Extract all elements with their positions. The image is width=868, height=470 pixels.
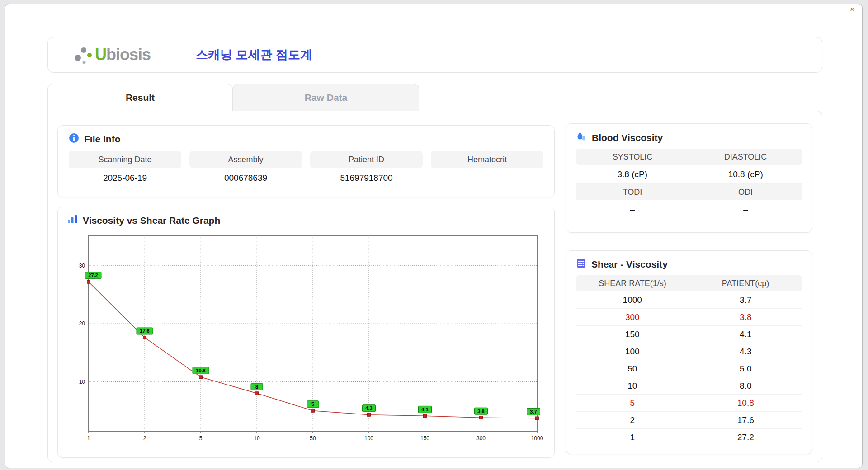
table-row: 1000 3.7 xyxy=(576,291,802,309)
odi-value: – xyxy=(689,200,802,219)
logo-mark-icon xyxy=(73,44,93,65)
diastolic-value: 10.8 (cP) xyxy=(689,165,802,184)
table-row: 50 5.0 xyxy=(576,360,802,377)
shear-rate-value: 10 xyxy=(576,377,689,394)
file-info-field: Patient ID 51697918700 xyxy=(310,151,423,188)
patient-viscosity-value: 4.3 xyxy=(689,343,802,360)
shear-rate-value: 50 xyxy=(576,360,689,377)
file-info-field: Hematocrit xyxy=(431,151,543,188)
blood-viscosity-card: Blood Viscosity SYSTOLIC DIASTOLIC 3.8 (… xyxy=(566,123,812,233)
tab-raw-data[interactable]: Raw Data xyxy=(233,84,419,111)
todi-header: TODI xyxy=(576,184,689,200)
field-value-scanning-date: 2025-06-19 xyxy=(69,168,181,188)
patient-viscosity-value: 10.8 xyxy=(689,395,802,411)
patient-viscosity-value: 3.7 xyxy=(689,291,802,308)
svg-text:100: 100 xyxy=(364,435,373,442)
logo-text-u: U xyxy=(95,45,106,64)
app-header: Ubiosis 스캐닝 모세관 점도계 xyxy=(47,37,822,73)
svg-text:10.8: 10.8 xyxy=(196,368,205,373)
odi-header: ODI xyxy=(689,184,802,200)
file-info-field: Scanning Date 2025-06-19 xyxy=(69,151,181,188)
blood-viscosity-table: SYSTOLIC DIASTOLIC 3.8 (cP) 10.8 (cP) TO… xyxy=(576,149,802,219)
file-info-field: Assembly 000678639 xyxy=(189,151,302,188)
svg-text:30: 30 xyxy=(79,263,85,269)
shear-viscosity-title: Shear - Viscosity xyxy=(591,259,668,270)
svg-text:3.7: 3.7 xyxy=(530,409,537,414)
file-info-card: File Info Scanning Date 2025-06-19 Assem… xyxy=(57,125,555,197)
svg-text:10: 10 xyxy=(79,379,85,385)
patient-viscosity-value: 3.8 xyxy=(689,309,802,325)
svg-text:27.2: 27.2 xyxy=(88,273,98,278)
patient-viscosity-value: 17.6 xyxy=(689,412,802,428)
graph-title: Viscosity vs Shear Rate Graph xyxy=(83,215,220,226)
svg-text:2: 2 xyxy=(143,435,146,442)
svg-text:8: 8 xyxy=(255,384,258,390)
patient-column-header: PATIENT(cp) xyxy=(689,275,802,291)
info-icon xyxy=(69,133,79,146)
shear-viscosity-table: 1000 3.7 300 3.8 150 4.1 100 4.3 50 5.0 … xyxy=(576,291,802,446)
close-icon[interactable]: × xyxy=(847,4,858,15)
svg-text:1000: 1000 xyxy=(531,435,543,442)
table-row: 100 4.3 xyxy=(576,343,802,360)
table-row: 5 10.8 xyxy=(576,395,802,412)
tab-result[interactable]: Result xyxy=(47,84,233,111)
bar-chart-icon xyxy=(67,214,78,226)
shear-rate-value: 100 xyxy=(576,343,689,360)
file-info-title: File Info xyxy=(84,134,121,145)
svg-text:1: 1 xyxy=(87,435,90,442)
patient-viscosity-value: 5.0 xyxy=(689,360,802,377)
field-label-hematocrit: Hematocrit xyxy=(431,151,543,168)
shear-rate-value: 150 xyxy=(576,326,689,343)
viscosity-graph-card: Viscosity vs Shear Rate Graph 1020301251… xyxy=(57,207,555,458)
field-label-scanning-date: Scanning Date xyxy=(69,151,181,168)
page-title: 스캐닝 모세관 점도계 xyxy=(196,47,312,63)
shear-rate-column-header: SHEAR RATE(1/s) xyxy=(576,275,689,291)
shear-viscosity-card: Shear - Viscosity SHEAR RATE(1/s) PATIEN… xyxy=(566,250,812,454)
ubiosis-logo: Ubiosis xyxy=(73,44,151,65)
table-row: 10 8.0 xyxy=(576,377,802,395)
patient-viscosity-value: 4.1 xyxy=(689,326,802,343)
shear-rate-value: 2 xyxy=(576,412,689,428)
svg-text:20: 20 xyxy=(79,320,85,327)
systolic-header: SYSTOLIC xyxy=(576,149,689,165)
table-row: 300 3.8 xyxy=(576,309,802,326)
shear-rate-value: 5 xyxy=(576,395,689,411)
app-window: × Ubiosis 스캐닝 모세관 점도계 Result Raw Data xyxy=(5,4,863,468)
field-value-hematocrit xyxy=(431,168,543,188)
field-label-assembly: Assembly xyxy=(189,151,302,168)
svg-text:10: 10 xyxy=(254,435,260,442)
svg-text:5: 5 xyxy=(311,401,314,407)
svg-text:150: 150 xyxy=(420,435,429,442)
svg-text:4.1: 4.1 xyxy=(421,407,428,412)
shear-rate-value: 1 xyxy=(576,429,689,446)
shear-rate-value: 300 xyxy=(576,309,689,325)
patient-viscosity-value: 8.0 xyxy=(689,377,802,394)
logo-text-rest: biosis xyxy=(106,45,151,64)
svg-text:300: 300 xyxy=(476,435,486,442)
svg-text:4.3: 4.3 xyxy=(365,405,372,411)
svg-text:50: 50 xyxy=(310,435,316,442)
patient-viscosity-value: 27.2 xyxy=(689,429,802,446)
svg-text:3.8: 3.8 xyxy=(477,409,484,414)
svg-text:17.6: 17.6 xyxy=(140,328,149,334)
svg-text:5: 5 xyxy=(199,435,203,442)
droplets-icon xyxy=(576,131,587,144)
diastolic-header: DIASTOLIC xyxy=(689,149,802,165)
table-row: 1 27.2 xyxy=(576,429,802,446)
todi-value: – xyxy=(576,200,689,219)
field-label-patient-id: Patient ID xyxy=(310,151,423,168)
shear-rate-value: 1000 xyxy=(576,291,689,308)
table-row: 150 4.1 xyxy=(576,326,802,343)
field-value-assembly: 000678639 xyxy=(189,168,302,188)
table-row: 2 17.6 xyxy=(576,412,802,429)
table-grid-icon xyxy=(576,258,586,271)
blood-viscosity-title: Blood Viscosity xyxy=(592,132,663,143)
systolic-value: 3.8 (cP) xyxy=(576,165,689,184)
field-value-patient-id: 51697918700 xyxy=(310,168,423,188)
viscosity-shear-chart: 1020301251050100150300100027.217.610.885… xyxy=(67,233,546,453)
